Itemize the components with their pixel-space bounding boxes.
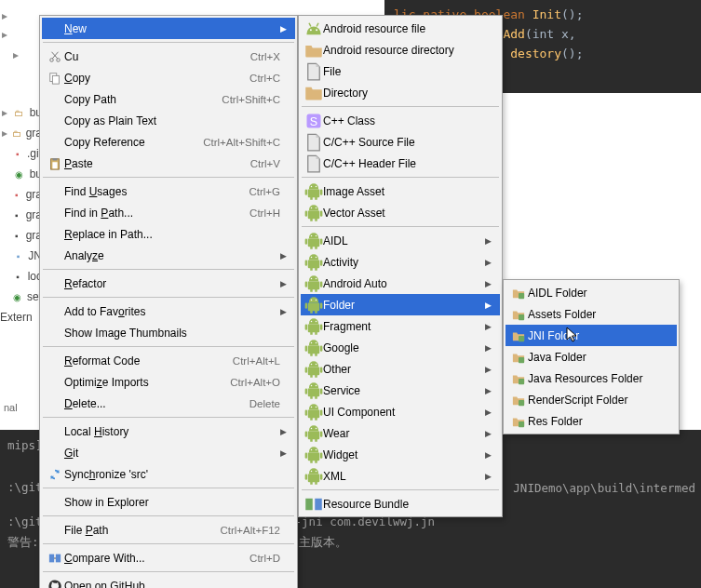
- menu-item-label: Find in Path...: [64, 207, 238, 220]
- svg-line-13: [309, 22, 311, 26]
- svg-rect-8: [52, 162, 57, 168]
- submenu-new: Android resource file Android resource d…: [298, 15, 503, 517]
- ctx-show-in-explorer[interactable]: Show in Explorer: [42, 491, 295, 513]
- menu-item-label: Widget: [323, 448, 485, 461]
- new-other[interactable]: Other ▶: [301, 358, 500, 380]
- new-directory[interactable]: Directory: [301, 82, 500, 103]
- folder-renderscript-folder[interactable]: RenderScript Folder: [506, 389, 677, 410]
- svg-point-34: [316, 256, 317, 258]
- ctx-copy-path[interactable]: Copy Path Ctrl+Shift+C: [42, 88, 295, 110]
- new-xml[interactable]: XML ▶: [301, 465, 500, 487]
- ctx-refactor[interactable]: Refactor ▶: [42, 273, 295, 294]
- scissors-icon: [46, 49, 64, 64]
- new-c-class[interactable]: S C++ Class: [301, 110, 500, 131]
- new-android-auto[interactable]: Android Auto ▶: [301, 273, 500, 294]
- android-icon: [304, 255, 323, 270]
- ctx-open-on-github[interactable]: Open on GitHub: [42, 575, 295, 588]
- ctx-analyze[interactable]: Analyze ▶: [42, 245, 295, 266]
- new-service[interactable]: Service ▶: [301, 380, 500, 401]
- android-icon: [304, 448, 323, 462]
- svg-rect-51: [305, 367, 308, 372]
- github-icon: [46, 579, 64, 589]
- ctx-local-history[interactable]: Local History ▶: [42, 421, 295, 442]
- sync-icon: [46, 467, 64, 482]
- svg-rect-83: [519, 421, 524, 427]
- submenu-arrow-icon: ▶: [485, 429, 494, 438]
- folder-java-folder[interactable]: Java Folder: [506, 346, 677, 368]
- svg-point-21: [311, 185, 313, 187]
- ctx-copy-as-plain-text[interactable]: Copy as Plain Text: [42, 110, 295, 131]
- menu-item-label: Git: [64, 447, 280, 460]
- ctx-find-in-path[interactable]: Find in Path... Ctrl+H: [42, 202, 295, 223]
- android-icon: [304, 405, 323, 420]
- svg-rect-55: [305, 388, 308, 394]
- svg-point-29: [311, 234, 313, 236]
- menu-item-label: C/C++ Source File: [323, 136, 485, 149]
- new-aidl[interactable]: AIDL ▶: [301, 230, 500, 251]
- folder-icon: [304, 43, 323, 58]
- terminal-tab-label: nal: [4, 402, 18, 413]
- new-android-resource-directory[interactable]: Android resource directory: [301, 39, 500, 60]
- ctx-find-usages[interactable]: Find Usages Ctrl+G: [42, 180, 295, 202]
- new-vector-asset[interactable]: Vector Asset: [301, 202, 500, 223]
- folder-sm-icon: [509, 286, 528, 301]
- ctx-copy-reference[interactable]: Copy Reference Ctrl+Alt+Shift+C: [42, 131, 295, 153]
- file-icon: [304, 135, 323, 150]
- svg-point-0: [50, 58, 54, 61]
- ctx-synchronize-src[interactable]: Synchronize 'src': [42, 463, 295, 485]
- new-android-resource-file[interactable]: Android resource file: [301, 18, 500, 39]
- ctx-cut[interactable]: Cu Ctrl+X: [42, 46, 295, 67]
- folder-assets-folder[interactable]: Assets Folder: [506, 303, 677, 325]
- ctx-new[interactable]: New ▶: [42, 18, 295, 39]
- new-fragment[interactable]: Fragment ▶: [301, 315, 500, 337]
- file-icon: [304, 156, 323, 171]
- new-c-c-header-file[interactable]: C/C++ Header File: [301, 153, 500, 174]
- menu-separator: [302, 106, 499, 107]
- new-file[interactable]: File: [301, 60, 500, 82]
- ctx-show-image-thumbnails[interactable]: Show Image Thumbnails: [42, 322, 295, 343]
- ctx-add-to-favorites[interactable]: Add to Favorites ▶: [42, 301, 295, 322]
- ctx-file-path[interactable]: File Path Ctrl+Alt+F12: [42, 519, 295, 541]
- ctx-copy[interactable]: Copy Ctrl+C: [42, 67, 295, 88]
- folder-res-folder[interactable]: Res Folder: [506, 410, 677, 432]
- menu-item-label: Java Resources Folder: [528, 372, 662, 385]
- android-icon: [304, 341, 323, 355]
- ctx-git[interactable]: Git ▶: [42, 442, 295, 463]
- menu-separator: [43, 42, 294, 43]
- menu-item-label: C/C++ Header File: [323, 157, 485, 170]
- svg-rect-36: [320, 281, 323, 287]
- new-ui-component[interactable]: UI Component ▶: [301, 401, 500, 422]
- paste-icon: [46, 156, 64, 171]
- submenu-arrow-icon: ▶: [485, 450, 494, 460]
- new-activity[interactable]: Activity ▶: [301, 251, 500, 273]
- android-head-icon: [304, 21, 323, 36]
- file-icon: [304, 64, 323, 79]
- new-folder[interactable]: Folder ▶: [301, 294, 500, 315]
- new-google[interactable]: Google ▶: [301, 337, 500, 358]
- svg-rect-28: [320, 238, 323, 244]
- new-wear[interactable]: Wear ▶: [301, 422, 500, 444]
- svg-point-15: [310, 29, 312, 31]
- svg-rect-80: [519, 357, 524, 363]
- new-c-c-source-file[interactable]: C/C++ Source File: [301, 131, 500, 153]
- submenu-arrow-icon: ▶: [280, 307, 290, 316]
- android-icon: [304, 469, 323, 484]
- svg-rect-5: [52, 75, 59, 84]
- ctx-delete[interactable]: Delete... Delete: [42, 393, 295, 414]
- new-image-asset[interactable]: Image Asset: [301, 180, 500, 202]
- file-icon: ▪: [11, 207, 22, 222]
- folder-aidl-folder[interactable]: AIDL Folder: [506, 282, 677, 303]
- new-resource-bundle[interactable]: Resource Bundle: [301, 493, 500, 514]
- ctx-optimize-imports[interactable]: Optimize Imports Ctrl+Alt+O: [42, 371, 295, 393]
- ctx-replace-in-path[interactable]: Replace in Path...: [42, 223, 295, 245]
- ctx-compare-with[interactable]: Compare With... Ctrl+D: [42, 547, 295, 568]
- shortcut-label: Ctrl+H: [238, 207, 280, 219]
- ctx-reformat-code[interactable]: Reformat Code Ctrl+Alt+L: [42, 350, 295, 371]
- folder-jni-folder[interactable]: JNI Folder: [506, 325, 677, 346]
- svg-rect-78: [519, 314, 524, 320]
- menu-item-label: Other: [323, 363, 485, 376]
- folder-java-resources-folder[interactable]: Java Resources Folder: [506, 368, 677, 389]
- menu-separator: [43, 543, 294, 544]
- ctx-paste[interactable]: Paste Ctrl+V: [42, 153, 295, 174]
- new-widget[interactable]: Widget ▶: [301, 444, 500, 465]
